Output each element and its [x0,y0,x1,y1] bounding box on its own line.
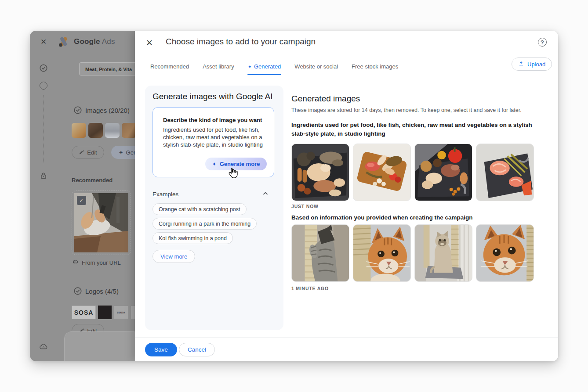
result-group-heading: Based on information you provided when c… [291,213,536,222]
generated-image-food-4[interactable] [476,144,534,201]
timestamp: JUST NOW [291,204,319,209]
cancel-button[interactable]: Cancel [179,343,215,356]
asset-group-field: Meat, Protein, & Vita [79,62,135,76]
generated-image-row [291,144,534,201]
image-thumbnails [72,123,135,138]
dialog-title: Choose images to add to your campaign [166,37,316,47]
generated-image-food-1[interactable] [291,144,349,201]
prompt-label: Describe the kind of image you want [163,117,262,123]
generate-more-button[interactable]: ✦ Generate more [205,158,267,170]
image-thumbnail [122,123,135,138]
generated-image-cat-1[interactable] [291,224,349,282]
link-icon [72,259,78,266]
cloud-icon [39,342,48,351]
logo-thumbnail-sosa: SOSA [72,306,96,319]
chevron-up-icon[interactable] [262,190,269,197]
logo-thumbnail-partial [131,306,135,319]
save-button[interactable]: Save [145,343,177,356]
logo-thumbnail-sosa-small: SOSA [114,306,128,319]
step-complete-icon [40,64,47,72]
logos-section-check-icon [74,287,82,295]
example-chip[interactable]: Corgi running in a park in the morning [152,218,257,230]
image-thumbnail [105,123,120,138]
dialog-footer: Save Cancel [135,338,558,361]
edit-button: Edit [72,146,104,159]
recommended-label: Recommended [72,177,113,183]
logo-thumbnails: SOSA SOSA [72,306,135,319]
stepper-connector [43,95,44,164]
prompt-text[interactable]: Ingredients used for pet food, like fish… [163,126,269,148]
sparkle-icon: ✦ [119,149,123,156]
tab-website-or-social[interactable]: Website or social [294,61,338,75]
upload-button[interactable]: Upload [512,58,552,71]
images-section-check-icon [74,106,82,114]
prompt-card[interactable]: Describe the kind of image you want Ingr… [152,107,274,177]
generated-image-cat-2[interactable] [353,224,411,282]
help-icon[interactable]: ? [538,38,547,47]
pencil-icon [79,149,84,156]
generated-image-row [291,224,534,282]
results-note: These images are stored for 14 days, the… [291,107,522,113]
images-section-header: Images (20/20) [85,107,130,114]
tab-generated[interactable]: ✦Generated [247,61,282,75]
logos-section-header: Logos (4/5) [85,288,119,295]
image-thumbnail [72,123,86,138]
tab-asset-library[interactable]: Asset library [202,61,235,75]
tab-recommended[interactable]: Recommended [150,61,189,75]
view-more-button[interactable]: View more [152,250,195,263]
result-group-heading: Ingredients used for pet food, like fish… [291,121,536,138]
step-pending-icon [40,82,47,90]
sparkle-icon: ✦ [212,161,217,167]
recommended-image-card: ✓ [72,191,131,255]
logo-thumbnail-dark [98,306,112,319]
page-bottom-card [64,331,135,361]
generated-image-food-3[interactable] [414,144,472,201]
google-ads-brand: Google Ads [74,37,115,46]
examples-title: Examples [152,191,178,198]
lock-icon [40,172,47,179]
generated-image-cat-4[interactable] [476,224,534,282]
results-title: Generated images [291,94,360,104]
close-icon[interactable]: ✕ [145,38,154,48]
generator-panel: Generate images with Google AI Describe … [145,86,283,330]
desktop-background: ✕ Google Ads Meat, Protein, & Vita [0,0,588,392]
tab-free-stock-images[interactable]: Free stock images [351,61,399,75]
generator-title: Generate images with Google AI [152,92,273,101]
example-chip[interactable]: Koi fish swimming in a pond [152,232,233,244]
selected-checkbox: ✓ [77,196,86,205]
generated-image-food-2[interactable] [353,144,411,201]
image-thumbnail [88,123,103,138]
from-url-label: From your URL [72,259,121,266]
google-ads-logo-icon [58,36,69,47]
generated-image-cat-3[interactable] [414,224,472,282]
sparkle-icon: ✦ [248,64,252,69]
generate-button: ✦ Gene [111,146,135,159]
browser-window: ✕ Google Ads Meat, Protein, & Vita [30,31,558,361]
dimmed-page-panel: ✕ Google Ads Meat, Protein, & Vita [30,31,135,361]
choose-images-dialog: ✕ Choose images to add to your campaign … [135,31,558,361]
tab-bar: Recommended Asset library ✦Generated Web… [150,61,399,75]
upload-icon [518,61,524,68]
page-close-icon: ✕ [40,39,47,46]
timestamp: 1 MINUTE AGO [291,286,329,291]
example-chip[interactable]: Orange cat with a scratching post [152,203,247,215]
